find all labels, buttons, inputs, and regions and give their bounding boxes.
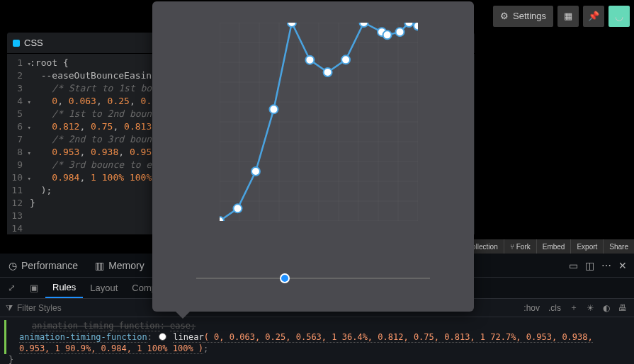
rule-line-active-cont: 0.953, 1 90.9%, 0.984, 1 100% 100% ); (4, 343, 634, 354)
tab-memory-label: Memory (108, 260, 145, 271)
easing-graph[interactable] (220, 23, 418, 221)
avatar[interactable]: ◡ (608, 6, 630, 27)
layout-button[interactable]: ▦ (557, 6, 579, 27)
curve-control-point[interactable] (269, 105, 278, 113)
css-lang-icon (13, 40, 20, 47)
curve-control-point[interactable] (360, 23, 368, 27)
line-number: 1 (7, 57, 30, 69)
tab-performance-label: Performance (21, 260, 78, 271)
print-icon[interactable]: 🖶 (618, 303, 627, 313)
curve-control-point[interactable] (288, 23, 296, 27)
pin-icon: 📌 (588, 11, 599, 21)
funnel-icon: ⧩ (6, 303, 13, 313)
rule-close-brace: } (4, 354, 634, 364)
filter-styles-input[interactable] (17, 303, 123, 313)
line-number: 3 (7, 82, 30, 95)
more-icon[interactable]: ⋯ (601, 260, 611, 271)
line-number: 8 (7, 146, 30, 159)
avatar-face-icon: ◡ (615, 11, 623, 22)
hov-toggle[interactable]: :hov (523, 303, 540, 313)
line-number: 14 (7, 222, 30, 234)
curve-control-point[interactable] (396, 28, 404, 36)
gear-icon: ⚙ (500, 11, 509, 21)
line-number: 2 (7, 69, 30, 82)
code-line[interactable]: } (30, 197, 35, 210)
line-number: 11 (7, 184, 30, 197)
settings-label: Settings (513, 11, 546, 21)
action-share[interactable]: Share (603, 239, 634, 254)
curve-control-point[interactable] (414, 23, 418, 30)
line-number: 5 (7, 108, 30, 120)
css-value-keyword[interactable]: linear (173, 332, 203, 343)
preview-slider-track[interactable] (196, 278, 430, 279)
light-dark-icon[interactable]: ☀ (587, 303, 594, 313)
settings-button[interactable]: ⚙ Settings (493, 6, 553, 27)
action-fork[interactable]: ⑂Fork (504, 239, 536, 254)
sidebar-toggle-icon[interactable]: ▣ (23, 283, 45, 293)
css-value-args-cont[interactable]: 0.953, 1 90.9%, 0.984, 1 100% 100% ) (19, 343, 203, 354)
rule-line-overridden: animation-timing-function: ease; (4, 320, 634, 331)
preview-slider-handle[interactable] (280, 273, 290, 283)
curve-control-point[interactable] (404, 23, 413, 27)
contrast-icon[interactable]: ◐ (603, 303, 610, 313)
close-icon[interactable]: ✕ (618, 260, 627, 271)
responsive-icon[interactable]: ▭ (569, 260, 578, 271)
styles-pane[interactable]: animation-timing-function: ease; animati… (0, 317, 634, 364)
line-number: 9 (7, 159, 30, 171)
rule-line-active: animation-timing-function: linear( 0, 0.… (4, 331, 634, 343)
curve-control-point[interactable] (305, 56, 314, 64)
line-number: 4 (7, 95, 30, 108)
expand-icon[interactable]: ⤢ (0, 283, 23, 293)
pin-button[interactable]: 📌 (583, 6, 604, 27)
action-embed[interactable]: Embed (536, 239, 571, 254)
code-line[interactable]: 0.984, 1 100% 100% (30, 171, 152, 184)
css-tab-label: CSS (24, 38, 43, 48)
dock-icon[interactable]: ◫ (585, 260, 594, 271)
curve-control-point[interactable] (251, 167, 260, 176)
cls-toggle[interactable]: .cls (548, 303, 561, 313)
css-property[interactable]: animation-timing-function (19, 332, 147, 343)
line-number: 7 (7, 133, 30, 146)
action-export[interactable]: Export (570, 239, 603, 254)
code-line[interactable]: :root { (30, 57, 69, 69)
subtab-rules[interactable]: Rules (45, 278, 83, 298)
curve-control-point[interactable] (324, 68, 332, 76)
line-number: 6 (7, 120, 30, 133)
memory-icon: ▥ (95, 260, 104, 271)
tab-performance[interactable]: ◷ Performance (0, 254, 86, 277)
curve-control-point[interactable] (233, 204, 242, 212)
devtools-right-controls: ▭ ◫ ⋯ ✕ (569, 260, 634, 271)
css-value-args[interactable]: ( 0, 0.063, 0.25, 0.563, 1 36.4%, 0.812,… (204, 332, 593, 343)
curve-control-point[interactable] (341, 55, 350, 64)
easing-swatch-icon[interactable] (159, 333, 166, 341)
grid-icon: ▦ (564, 11, 572, 21)
gauge-icon: ◷ (9, 260, 17, 271)
line-number: 13 (7, 210, 30, 222)
easing-editor-popup (152, 1, 474, 312)
line-number: 10 (7, 171, 30, 184)
subtab-layout[interactable]: Layout (83, 278, 125, 298)
add-rule-button[interactable]: ＋ (570, 302, 578, 314)
curve-control-point[interactable] (383, 30, 392, 39)
css-value[interactable]: ease (170, 321, 191, 331)
css-tab[interactable]: CSS (13, 38, 43, 48)
fork-icon: ⑂ (510, 243, 514, 251)
tab-memory[interactable]: ▥ Memory (86, 254, 153, 277)
css-property[interactable]: animation-timing-function (32, 321, 160, 331)
line-number: 12 (7, 197, 30, 210)
code-line[interactable]: ); (30, 184, 52, 197)
curve-control-point[interactable] (220, 217, 224, 221)
